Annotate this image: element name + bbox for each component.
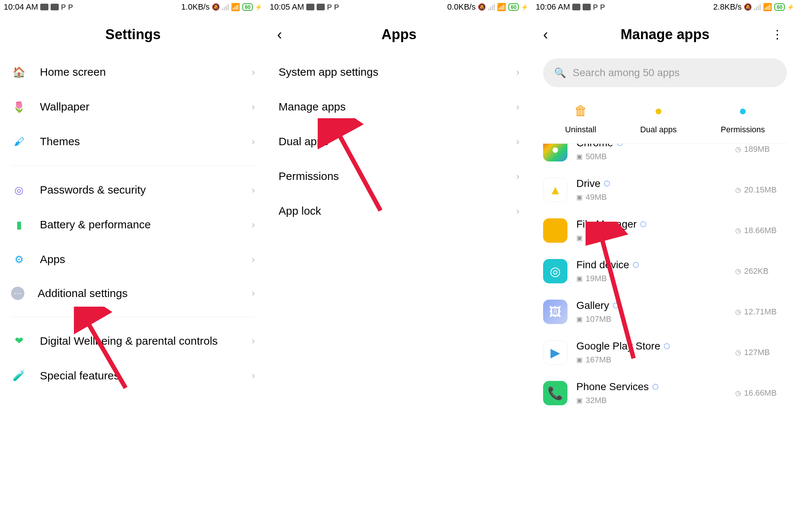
apps-item-app-lock[interactable]: App lock › bbox=[266, 194, 532, 228]
youtube-icon bbox=[583, 4, 591, 10]
chevron-right-icon: › bbox=[252, 219, 255, 231]
divider bbox=[11, 317, 255, 317]
apps-icon: ⚙ bbox=[11, 252, 27, 267]
settings-group-1: 🏠 Home screen › 🌷 Wallpaper › 🖌 Themes › bbox=[0, 55, 266, 159]
clock-icon: ◷ bbox=[735, 186, 741, 194]
wallpaper-icon: 🌷 bbox=[11, 99, 27, 115]
apps-screen: 10:05 AM P P 0.0KB/s 🔕 📶 60 ⚡ ‹ Apps Sys… bbox=[266, 0, 532, 532]
app-data: ◷16.66MB bbox=[735, 388, 787, 398]
status-bar: 10:05 AM P P 0.0KB/s 🔕 📶 60 ⚡ bbox=[266, 0, 532, 14]
chevron-right-icon: › bbox=[252, 254, 255, 265]
item-label: Digital Wellbeing & parental controls bbox=[40, 334, 238, 348]
app-row-phone-services[interactable]: 📞 Phone Services ▣32MB ◷16.66MB bbox=[532, 373, 798, 413]
mute-icon: 🔕 bbox=[744, 3, 752, 11]
action-label: Dual apps bbox=[640, 125, 677, 134]
app-row-play-store[interactable]: ▶ Google Play Store ▣167MB ◷127MB bbox=[532, 332, 798, 373]
settings-item-wallpaper[interactable]: 🌷 Wallpaper › bbox=[0, 89, 266, 124]
chip-icon: ▣ bbox=[576, 315, 583, 323]
permissions-icon: ● bbox=[734, 102, 752, 120]
app-data: ◷20.15MB bbox=[735, 185, 787, 195]
additional-settings-icon: ⋯ bbox=[11, 287, 24, 300]
clock-icon: ◷ bbox=[735, 145, 741, 153]
settings-item-passwords-security[interactable]: ◎ Passwords & security › bbox=[0, 173, 266, 207]
apps-item-permissions[interactable]: Permissions › bbox=[266, 159, 532, 194]
app-row-chrome[interactable]: ● Chrome ▣50MB ◷189MB bbox=[532, 144, 798, 170]
app-p-icon: P bbox=[327, 3, 332, 11]
apps-item-dual-apps[interactable]: Dual apps › bbox=[266, 124, 532, 159]
app-p-icon: P bbox=[61, 3, 66, 11]
clock-icon: ◷ bbox=[735, 348, 741, 357]
search-placeholder: Search among 50 apps bbox=[573, 67, 680, 79]
wifi-icon: 📶 bbox=[497, 3, 506, 11]
signal-icon bbox=[488, 4, 495, 10]
app-data: ◷262KB bbox=[735, 266, 787, 276]
action-label: Uninstall bbox=[565, 125, 596, 134]
chevron-right-icon: › bbox=[516, 136, 519, 147]
settings-group-3: ❤ Digital Wellbeing & parental controls … bbox=[0, 324, 266, 393]
chevron-right-icon: › bbox=[252, 184, 255, 196]
search-input[interactable]: 🔍 Search among 50 apps bbox=[543, 58, 787, 87]
app-storage: ▣32MB bbox=[576, 396, 726, 405]
page-title: Settings bbox=[105, 27, 161, 42]
item-label: System app settings bbox=[279, 66, 516, 78]
action-label: Permissions bbox=[721, 125, 765, 134]
back-button[interactable]: ‹ bbox=[543, 26, 548, 43]
chevron-right-icon: › bbox=[516, 171, 519, 182]
app-row-file-manager[interactable]: File Manager ▣79MB ◷18.66MB bbox=[532, 210, 798, 251]
apps-item-system-app-settings[interactable]: System app settings › bbox=[266, 55, 532, 89]
youtube-icon bbox=[317, 4, 325, 10]
action-permissions[interactable]: ● Permissions bbox=[721, 102, 765, 134]
chevron-right-icon: › bbox=[252, 287, 255, 299]
battery-icon: 60 bbox=[508, 3, 519, 11]
loading-icon bbox=[664, 343, 670, 349]
apps-list[interactable]: ● Chrome ▣50MB ◷189MB ▲ Drive ▣49MB ◷20.… bbox=[532, 144, 798, 413]
actions-row: 🗑 Uninstall ● Dual apps ● Permissions bbox=[543, 91, 787, 144]
action-dual-apps[interactable]: ● Dual apps bbox=[640, 102, 677, 134]
chevron-right-icon: › bbox=[252, 66, 255, 78]
app-row-find-device[interactable]: ◎ Find device ▣19MB ◷262KB bbox=[532, 251, 798, 291]
settings-item-special[interactable]: 🧪 Special features › bbox=[0, 358, 266, 393]
chevron-right-icon: › bbox=[252, 335, 255, 347]
settings-item-battery[interactable]: ▮ Battery & performance › bbox=[0, 207, 266, 242]
home-icon: 🏠 bbox=[11, 64, 27, 80]
action-uninstall[interactable]: 🗑 Uninstall bbox=[565, 102, 596, 134]
item-label: Permissions bbox=[279, 170, 516, 183]
fingerprint-icon: ◎ bbox=[11, 182, 27, 198]
app-p-icon: P bbox=[334, 3, 339, 11]
app-storage: ▣50MB bbox=[576, 152, 726, 161]
settings-screen: 10:04 AM P P 1.0KB/s 🔕 📶 60 ⚡ Settings 🏠… bbox=[0, 0, 266, 532]
more-options-icon[interactable]: ⋮ bbox=[771, 27, 783, 41]
settings-item-home-screen[interactable]: 🏠 Home screen › bbox=[0, 55, 266, 89]
app-row-drive[interactable]: ▲ Drive ▣49MB ◷20.15MB bbox=[532, 170, 798, 210]
divider bbox=[11, 166, 255, 166]
settings-item-additional[interactable]: ⋯ Additional settings › bbox=[0, 277, 266, 310]
clock-icon: ◷ bbox=[735, 389, 741, 397]
back-button[interactable]: ‹ bbox=[277, 26, 282, 43]
signal-icon bbox=[754, 4, 761, 10]
settings-item-themes[interactable]: 🖌 Themes › bbox=[0, 124, 266, 159]
wellbeing-icon: ❤ bbox=[11, 333, 27, 349]
status-time: 10:05 AM bbox=[270, 2, 304, 12]
chevron-right-icon: › bbox=[252, 370, 255, 381]
special-features-icon: 🧪 bbox=[11, 368, 27, 383]
app-data: ◷189MB bbox=[735, 144, 787, 154]
status-time: 10:06 AM bbox=[536, 2, 570, 12]
item-label: Passwords & security bbox=[40, 183, 238, 197]
app-row-gallery[interactable]: 🖼 Gallery ▣107MB ◷12.71MB bbox=[532, 291, 798, 332]
signal-icon bbox=[222, 4, 229, 10]
item-label: Wallpaper bbox=[40, 100, 238, 114]
loading-icon bbox=[640, 221, 646, 227]
settings-item-apps[interactable]: ⚙ Apps › bbox=[0, 242, 266, 277]
chevron-right-icon: › bbox=[516, 205, 519, 217]
item-label: Manage apps bbox=[279, 100, 516, 113]
chip-icon: ▣ bbox=[576, 234, 583, 242]
settings-item-wellbeing[interactable]: ❤ Digital Wellbeing & parental controls … bbox=[0, 324, 266, 358]
status-speed: 1.0KB/s bbox=[181, 2, 209, 12]
header: Settings bbox=[0, 14, 266, 55]
chip-icon: ▣ bbox=[576, 153, 583, 161]
app-name: Chrome bbox=[576, 144, 726, 149]
loading-icon bbox=[633, 262, 639, 268]
play-store-icon: ▶ bbox=[543, 340, 567, 365]
app-p-icon: P bbox=[600, 3, 605, 11]
apps-item-manage-apps[interactable]: Manage apps › bbox=[266, 89, 532, 124]
